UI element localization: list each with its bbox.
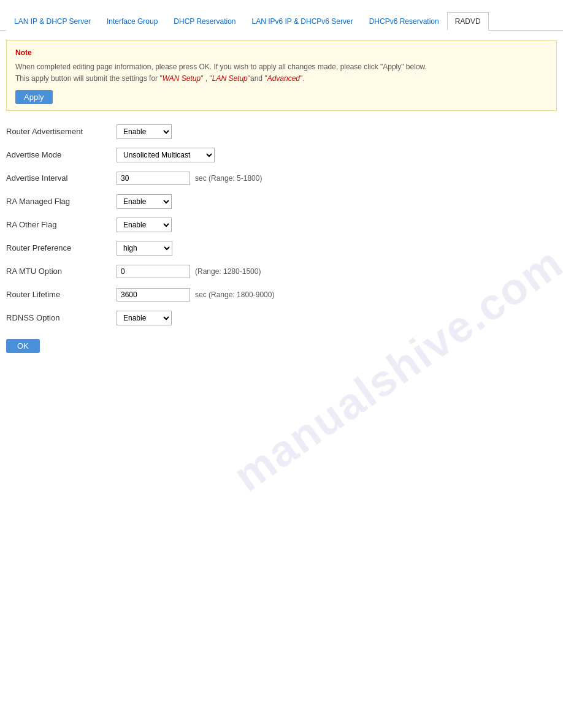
- control-advertise-mode: Unsolicited Multicast Unicast Both: [117, 148, 215, 162]
- note-end: ".: [300, 74, 305, 83]
- row-router-preference: Router Preference high medium low: [6, 240, 557, 257]
- row-advertise-mode: Advertise Mode Unsolicited Multicast Uni…: [6, 146, 557, 164]
- label-router-advertisement: Router Advertisement: [6, 127, 117, 136]
- select-ra-other-flag[interactable]: Enable Disable: [117, 218, 172, 232]
- row-rdnss-option: RDNSS Option Enable Disable: [6, 309, 557, 327]
- select-router-advertisement[interactable]: Enable Disable: [117, 124, 172, 139]
- label-ra-mtu-option: RA MTU Option: [6, 267, 117, 276]
- row-advertise-interval: Advertise Interval sec (Range: 5-1800): [6, 170, 557, 187]
- control-ra-other-flag: Enable Disable: [117, 218, 172, 232]
- control-ra-mtu-option: (Range: 1280-1500): [117, 265, 261, 278]
- row-ra-managed-flag: RA Managed Flag Enable Disable: [6, 193, 557, 210]
- input-router-lifetime[interactable]: [117, 288, 190, 301]
- hint-router-lifetime: sec (Range: 1800-9000): [195, 290, 274, 299]
- control-rdnss-option: Enable Disable: [117, 311, 172, 325]
- note-text-2: This apply button will submit the settin…: [15, 73, 548, 85]
- select-rdnss-option[interactable]: Enable Disable: [117, 311, 172, 325]
- tab-lan-ipv6[interactable]: LAN IPv6 IP & DHCPv6 Server: [243, 12, 361, 31]
- label-rdnss-option: RDNSS Option: [6, 313, 117, 322]
- label-advertise-interval: Advertise Interval: [6, 173, 117, 183]
- input-ra-mtu-option[interactable]: [117, 265, 190, 278]
- control-ra-managed-flag: Enable Disable: [117, 194, 172, 209]
- note-link-lan: LAN Setup: [212, 74, 248, 83]
- tab-lan-ip-dhcp[interactable]: LAN IP & DHCP Server: [6, 12, 99, 31]
- row-router-lifetime: Router Lifetime sec (Range: 1800-9000): [6, 286, 557, 303]
- row-router-advertisement: Router Advertisement Enable Disable: [6, 123, 557, 140]
- note-text-1: When completed editing page information,…: [15, 61, 548, 73]
- tab-radvd[interactable]: RADVD: [447, 12, 489, 31]
- control-router-lifetime: sec (Range: 1800-9000): [117, 288, 274, 301]
- note-box: Note When completed editing page informa…: [6, 40, 557, 111]
- row-ra-mtu-option: RA MTU Option (Range: 1280-1500): [6, 263, 557, 280]
- tab-dhcpv6-reservation[interactable]: DHCPv6 Reservation: [361, 12, 447, 31]
- select-advertise-mode[interactable]: Unsolicited Multicast Unicast Both: [117, 148, 215, 162]
- tab-interface-group[interactable]: Interface Group: [99, 12, 166, 31]
- row-ra-other-flag: RA Other Flag Enable Disable: [6, 216, 557, 233]
- label-router-lifetime: Router Lifetime: [6, 290, 117, 299]
- select-ra-managed-flag[interactable]: Enable Disable: [117, 194, 172, 209]
- select-router-preference[interactable]: high medium low: [117, 241, 172, 256]
- label-advertise-mode: Advertise Mode: [6, 150, 117, 159]
- tab-dhcp-reservation[interactable]: DHCP Reservation: [166, 12, 243, 31]
- input-advertise-interval[interactable]: [117, 172, 190, 185]
- control-router-advertisement: Enable Disable: [117, 124, 172, 139]
- row-ok: OK: [6, 333, 557, 353]
- note-link-wan: WAN Setup: [163, 74, 201, 83]
- form-container: Router Advertisement Enable Disable Adve…: [0, 123, 563, 353]
- note-sep1: " , ": [201, 74, 212, 83]
- control-router-preference: high medium low: [117, 241, 172, 256]
- note-text-prefix: This apply button will submit the settin…: [15, 74, 163, 83]
- label-router-preference: Router Preference: [6, 243, 117, 252]
- note-sep2: "and ": [248, 74, 267, 83]
- apply-button[interactable]: Apply: [15, 90, 53, 104]
- page-container: LAN IP & DHCP Server Interface Group DHC…: [0, 0, 563, 371]
- label-ra-managed-flag: RA Managed Flag: [6, 197, 117, 206]
- ok-button[interactable]: OK: [6, 339, 40, 353]
- control-advertise-interval: sec (Range: 5-1800): [117, 172, 262, 185]
- hint-advertise-interval: sec (Range: 5-1800): [195, 174, 262, 183]
- tab-bar: LAN IP & DHCP Server Interface Group DHC…: [0, 12, 563, 31]
- note-link-advanced: Advanced: [267, 74, 300, 83]
- hint-ra-mtu-option: (Range: 1280-1500): [195, 267, 261, 276]
- label-ra-other-flag: RA Other Flag: [6, 220, 117, 229]
- note-title: Note: [15, 47, 548, 59]
